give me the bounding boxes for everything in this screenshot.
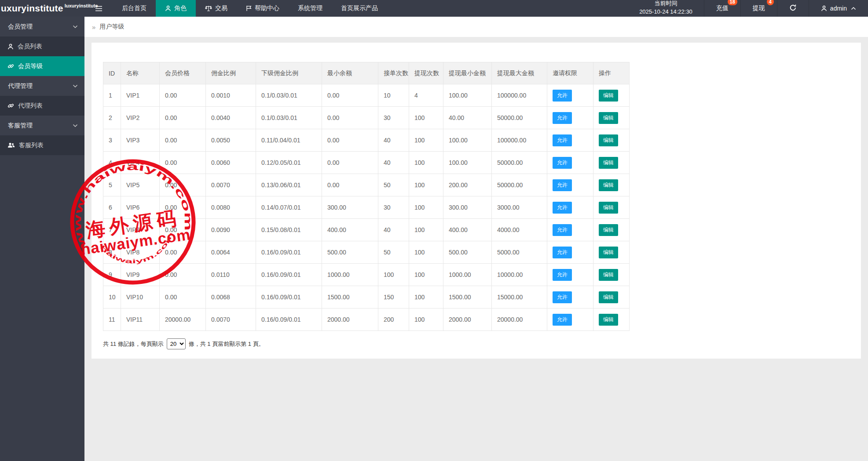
- main-content: » 用户等级 ID名称会员价格佣金比例下级佣金比例最小余额接单次数提现次数提现最…: [84, 17, 868, 461]
- cell: 0.16/0.09/0.01: [256, 286, 322, 309]
- edit-button[interactable]: 编辑: [599, 314, 618, 326]
- edit-button[interactable]: 编辑: [599, 247, 618, 258]
- cell: 0.0060: [206, 152, 256, 174]
- nav-item-system-mgmt[interactable]: 系统管理: [289, 0, 332, 17]
- cell: 2: [103, 107, 121, 129]
- cell: 40.00: [443, 107, 492, 129]
- cell-action: 编辑: [593, 84, 630, 107]
- cell: 11: [103, 309, 121, 331]
- page: uxuryinstitute luxuryinstitute 后台首页角色交易帮…: [0, 0, 868, 461]
- nav-item-label: 首页展示产品: [341, 4, 378, 12]
- table-row: 5VIP50.000.00700.13/0.06/0.010.005010020…: [103, 174, 630, 196]
- page-size-select[interactable]: 20: [167, 338, 186, 349]
- allow-button[interactable]: 允许: [553, 179, 572, 191]
- cell: 100: [409, 264, 443, 286]
- logo-text: uxuryinstitute: [1, 3, 63, 14]
- flag-icon: [246, 5, 252, 11]
- recharge-button[interactable]: 充值 18: [704, 0, 740, 17]
- cell: 10000.00: [492, 264, 547, 286]
- cell: 0.00: [160, 174, 206, 196]
- sidebar-group-agent-mgmt[interactable]: 代理管理: [0, 76, 84, 96]
- sidebar-item-member-level[interactable]: 会员等级: [0, 56, 84, 76]
- cell: 0.00: [160, 107, 206, 129]
- cell-invite-permission: 允许: [547, 309, 593, 331]
- edit-button[interactable]: 编辑: [599, 202, 618, 214]
- cell: VIP8: [121, 241, 160, 264]
- column-header-1: 名称: [121, 62, 160, 84]
- edit-button[interactable]: 编辑: [599, 112, 618, 124]
- column-header-11: 操作: [593, 62, 630, 84]
- cell: 100.00: [443, 152, 492, 174]
- logo[interactable]: uxuryinstitute luxuryinstitute: [0, 0, 88, 17]
- cell: 100000.00: [492, 129, 547, 152]
- cell: 0.00: [160, 219, 206, 241]
- nav-item-trade[interactable]: 交易: [196, 0, 237, 17]
- cell: 0.0070: [206, 309, 256, 331]
- cell: 1500.00: [443, 286, 492, 309]
- edit-button[interactable]: 编辑: [599, 157, 618, 169]
- edit-button[interactable]: 编辑: [599, 291, 618, 303]
- allow-button[interactable]: 允许: [553, 112, 572, 124]
- nav-item-roles[interactable]: 角色: [156, 0, 196, 17]
- breadcrumb-separator-icon: »: [92, 23, 95, 31]
- allow-button[interactable]: 允许: [553, 90, 572, 102]
- sidebar-item-label: 会员等级: [18, 62, 43, 70]
- edit-button[interactable]: 编辑: [599, 224, 618, 236]
- cell: 0.00: [160, 129, 206, 152]
- cell: 10: [378, 84, 409, 107]
- allow-button[interactable]: 允许: [553, 224, 572, 236]
- cell: 4: [409, 84, 443, 107]
- cell-action: 编辑: [593, 286, 630, 309]
- edit-button[interactable]: 编辑: [599, 134, 618, 146]
- allow-button[interactable]: 允许: [553, 157, 572, 169]
- user-menu[interactable]: admin: [809, 0, 868, 17]
- sidebar-toggle-button[interactable]: [88, 0, 113, 17]
- refresh-button[interactable]: [777, 0, 809, 17]
- cell-invite-permission: 允许: [547, 107, 593, 129]
- allow-button[interactable]: 允许: [553, 269, 572, 281]
- username: admin: [830, 5, 847, 12]
- cell: 500.00: [322, 241, 378, 264]
- cell: 0.00: [160, 196, 206, 219]
- link-icon: [7, 63, 14, 69]
- table-card: ID名称会员价格佣金比例下级佣金比例最小余额接单次数提现次数提现最小金额提现最大…: [92, 43, 861, 359]
- cell: 3000.00: [492, 196, 547, 219]
- allow-button[interactable]: 允许: [553, 202, 572, 214]
- edit-button[interactable]: 编辑: [599, 90, 618, 102]
- cell: 50: [378, 174, 409, 196]
- allow-button[interactable]: 允许: [553, 134, 572, 146]
- cell: 100: [409, 129, 443, 152]
- edit-button[interactable]: 编辑: [599, 269, 618, 281]
- cell: VIP2: [121, 107, 160, 129]
- nav-item-homepage-products[interactable]: 首页展示产品: [332, 0, 387, 17]
- sidebar-item-agent-list[interactable]: 代理列表: [0, 96, 84, 116]
- cell: 30: [378, 107, 409, 129]
- chevron-down-icon: [73, 84, 78, 88]
- allow-button[interactable]: 允许: [553, 291, 572, 303]
- cell-action: 编辑: [593, 219, 630, 241]
- sidebar-item-service-list[interactable]: 客服列表: [0, 135, 84, 155]
- allow-button[interactable]: 允许: [553, 314, 572, 326]
- column-header-10: 邀请权限: [547, 62, 593, 84]
- top-navbar: uxuryinstitute luxuryinstitute 后台首页角色交易帮…: [0, 0, 868, 17]
- edit-button[interactable]: 编辑: [599, 179, 618, 191]
- table-row: 2VIP20.000.00400.1/0.03/0.010.003010040.…: [103, 107, 630, 129]
- sidebar-group-member-mgmt[interactable]: 会员管理: [0, 17, 84, 36]
- user-icon: [7, 44, 14, 50]
- table-row: 3VIP30.000.00500.11/0.04/0.010.004010010…: [103, 129, 630, 152]
- link-icon: [7, 102, 14, 109]
- cell: 10: [103, 286, 121, 309]
- chevron-down-icon: [73, 25, 78, 29]
- cell: 100.00: [443, 129, 492, 152]
- cell: VIP3: [121, 129, 160, 152]
- cell: 0.0070: [206, 174, 256, 196]
- sidebar-group-service-mgmt[interactable]: 客服管理: [0, 116, 84, 135]
- allow-button[interactable]: 允许: [553, 247, 572, 258]
- withdraw-button[interactable]: 提现 4: [740, 0, 777, 17]
- cell: 100: [409, 196, 443, 219]
- cell-action: 编辑: [593, 174, 630, 196]
- cell: 100.00: [443, 84, 492, 107]
- nav-item-dashboard-home[interactable]: 后台首页: [113, 0, 156, 17]
- sidebar-item-member-list[interactable]: 会员列表: [0, 36, 84, 56]
- nav-item-help-center[interactable]: 帮助中心: [237, 0, 289, 17]
